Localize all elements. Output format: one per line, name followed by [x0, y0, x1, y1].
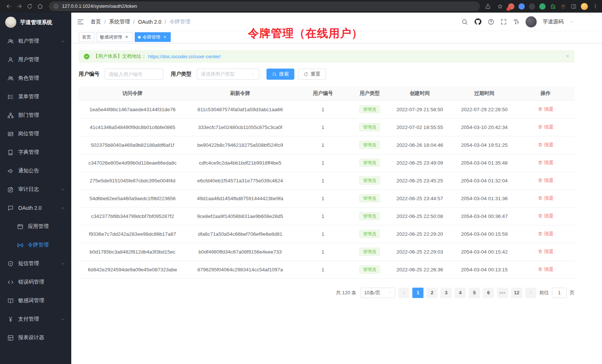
annotation-title: 令牌管理（在线用户） [248, 26, 363, 41]
sidebar-item-tenant[interactable]: 租户管理 [0, 32, 71, 50]
bookmark-star-icon[interactable] [496, 1, 504, 11]
sidebar-item-oauth2-token[interactable]: 令牌管理 [0, 236, 71, 254]
sidebar-item-error-code[interactable]: 错误码管理 [0, 273, 71, 291]
tab-sensitive-word[interactable]: 敏感词管理 × [96, 32, 132, 42]
browser-chrome: 127.0.0.1:1024/system/oauth2/token [0, 0, 602, 13]
fullscreen-icon[interactable] [500, 19, 507, 25]
chevron-down-icon [60, 187, 65, 192]
tab-oauth2-token[interactable]: 令牌管理 × [135, 32, 171, 42]
extension-red-icon[interactable] [508, 3, 514, 10]
force-logout-button[interactable]: 强退 [538, 266, 554, 273]
user-avatar[interactable] [526, 16, 537, 27]
sidebar-item-dict[interactable]: 字典管理 [0, 143, 71, 162]
side-panel-icon[interactable] [570, 3, 577, 10]
page-button[interactable]: 3 [441, 288, 452, 298]
sidebar-item-pay[interactable]: 支付管理 [0, 310, 71, 328]
force-logout-button[interactable]: 强退 [538, 231, 554, 237]
sidebar-item-sms[interactable]: 短信管理 [0, 254, 71, 273]
sidebar-item-sensitive-word[interactable]: 敏感词管理 [0, 291, 71, 310]
sidebar-item-user[interactable]: 用户管理 [0, 50, 71, 69]
force-logout-button[interactable]: 强退 [538, 195, 554, 202]
home-button[interactable] [35, 1, 45, 11]
page-button[interactable]: 12 [511, 288, 522, 298]
search-button[interactable]: 搜索 [266, 69, 294, 80]
force-logout-button[interactable]: 强退 [538, 142, 554, 148]
next-page-button[interactable] [525, 288, 536, 298]
reset-button-label: 重置 [311, 71, 320, 77]
extension-dark-icon[interactable] [529, 3, 535, 10]
share-icon[interactable] [484, 1, 492, 11]
user-type-badge: 管理员 [359, 265, 380, 274]
user-id-cell: 1 [294, 207, 352, 225]
tab-home[interactable]: 首页 [79, 32, 94, 42]
github-icon[interactable] [474, 18, 482, 26]
sidebar-item-audit-log[interactable]: 审计日志 [0, 180, 71, 199]
user-id-cell: 1 [294, 189, 352, 207]
site-info-icon[interactable] [53, 4, 59, 9]
force-logout-button[interactable]: 强退 [538, 159, 554, 166]
breadcrumb-separator: / [104, 19, 106, 25]
expire-time-cell: 2054-03-04 00:36:47 [452, 207, 517, 225]
more-pages-button[interactable]: ••• [497, 288, 508, 298]
prev-page-button[interactable] [398, 288, 409, 298]
close-icon[interactable]: × [162, 34, 167, 40]
reload-button[interactable] [24, 1, 35, 11]
user-id-input[interactable] [105, 69, 163, 80]
extension-puzzle-icon[interactable] [550, 3, 556, 10]
search-icon[interactable] [461, 19, 468, 25]
close-icon[interactable]: × [124, 34, 129, 40]
user-type-cell: 管理员 [352, 136, 387, 154]
sidebar-item-menu[interactable]: 菜单管理 [0, 87, 71, 106]
app-title: 芋道管理系统 [20, 19, 52, 26]
extension-paw-icon[interactable] [560, 3, 566, 10]
sidebar-item-role[interactable]: 角色管理 [0, 69, 71, 87]
total-count: 共 120 条 [336, 289, 356, 296]
force-logout-button[interactable]: 强退 [538, 124, 554, 130]
logo-avatar [5, 17, 16, 28]
user-type-badge: 管理员 [359, 159, 380, 167]
force-logout-button[interactable]: 强退 [538, 213, 554, 219]
page-button[interactable]: 1 [412, 288, 423, 298]
sidebar-item-post[interactable]: 岗位管理 [0, 125, 71, 143]
page-size-select[interactable]: 10条/页 [361, 288, 395, 298]
docs-question-icon[interactable] [488, 19, 494, 25]
breadcrumb-oauth2[interactable]: OAuth 2.0 [138, 19, 161, 25]
trash-icon [538, 178, 543, 183]
breadcrumb-system[interactable]: 系统管理 [109, 19, 130, 25]
force-logout-button[interactable]: 强退 [538, 106, 554, 113]
browser-menu-icon[interactable] [592, 3, 598, 10]
sidebar-item-notice[interactable]: 通知公告 [0, 162, 71, 180]
page-button[interactable]: 2 [426, 288, 438, 298]
extension-blue-icon[interactable] [518, 3, 525, 10]
sidebar-item-oauth2-app[interactable]: 应用管理 [0, 217, 71, 236]
reset-button[interactable]: 重置 [298, 69, 326, 80]
trash-icon [538, 249, 543, 254]
sidebar-item-report-designer[interactable]: 报表设计器 [0, 328, 71, 347]
back-button[interactable] [4, 1, 14, 11]
breadcrumb-separator: / [165, 19, 166, 25]
caret-down-icon[interactable] [569, 20, 574, 24]
doc-link[interactable]: https://doc.iocoder.cn/user-center/ [148, 54, 221, 59]
page-button[interactable]: 6 [483, 288, 494, 298]
page-button[interactable]: 4 [455, 288, 466, 298]
collapse-sidebar-icon[interactable] [76, 18, 85, 26]
sidebar-item-label: 敏感词管理 [18, 297, 65, 304]
user-type-select[interactable]: 请选择用户类型 [197, 69, 259, 80]
breadcrumb-home[interactable]: 首页 [91, 19, 101, 25]
expire-time-cell: 2054-03-04 01:31:36 [452, 189, 517, 207]
force-logout-label: 强退 [544, 195, 554, 202]
force-logout-button[interactable]: 强退 [538, 177, 554, 184]
access-token-cell: 41c41346a548490f9dc8b01c6bfe0865 [79, 118, 186, 136]
sidebar-item-dept[interactable]: 部门管理 [0, 106, 71, 125]
extension-green-icon[interactable] [539, 3, 546, 10]
sidebar-item-oauth2[interactable]: OAuth 2.0 [0, 199, 71, 217]
page-button[interactable]: 5 [469, 288, 480, 298]
forward-button[interactable] [14, 1, 24, 11]
browser-profile-avatar[interactable] [581, 3, 588, 10]
user-type-badge: 管理员 [359, 194, 380, 202]
goto-page-input[interactable] [552, 288, 567, 298]
font-size-icon[interactable] [513, 19, 520, 25]
url-bar[interactable]: 127.0.0.1:1024/system/oauth2/token [49, 1, 480, 11]
alert-close-icon[interactable]: × [566, 53, 569, 59]
force-logout-button[interactable]: 强退 [538, 248, 554, 255]
